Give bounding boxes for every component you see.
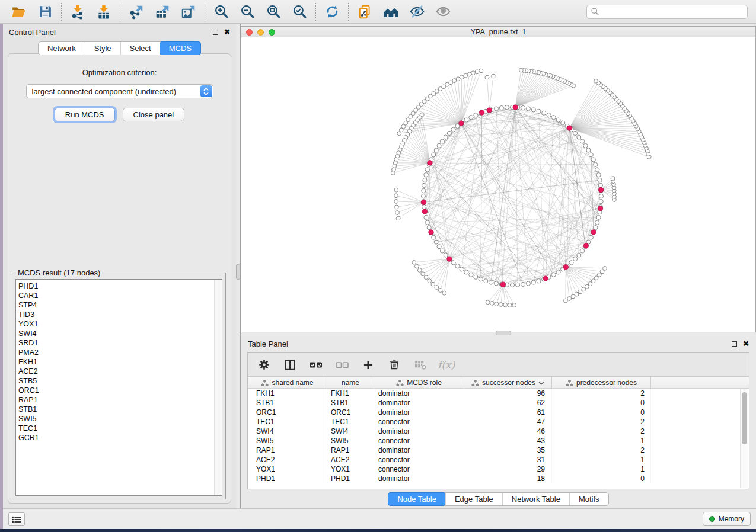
export-image-button[interactable] (178, 2, 199, 21)
network-leaf-node[interactable] (508, 303, 512, 307)
network-node[interactable] (599, 194, 603, 198)
network-leaf-node[interactable] (396, 216, 400, 220)
table-tab-node-table[interactable]: Node Table (388, 492, 446, 506)
table-row[interactable]: FKH1FKH1dominator962 (248, 389, 749, 398)
network-leaf-node[interactable] (456, 77, 460, 81)
network-node[interactable] (424, 215, 428, 219)
network-node[interactable] (521, 106, 525, 110)
network-node[interactable] (537, 109, 541, 113)
mcds-result-item[interactable]: PMA2 (18, 348, 222, 357)
network-node[interactable] (551, 116, 556, 120)
network-selected-hub-node[interactable] (591, 230, 596, 235)
network-leaf-node[interactable] (412, 260, 416, 264)
folder-open-button[interactable] (8, 2, 30, 21)
close-panel-icon[interactable]: ✖ (224, 28, 230, 36)
network-node[interactable] (598, 183, 602, 187)
network-selected-hub-node[interactable] (513, 105, 518, 110)
network-leaf-node[interactable] (519, 68, 524, 72)
network-node[interactable] (577, 135, 581, 139)
network-leaf-node[interactable] (611, 177, 615, 181)
network-leaf-node[interactable] (603, 267, 607, 271)
network-leaf-node[interactable] (567, 297, 572, 301)
network-node[interactable] (599, 200, 603, 204)
network-node[interactable] (444, 253, 448, 257)
mcds-result-item[interactable]: YOX1 (18, 319, 222, 329)
tab-select[interactable]: Select (120, 42, 160, 55)
network-leaf-node[interactable] (585, 284, 589, 289)
mcds-result-item[interactable]: GCR1 (18, 433, 222, 443)
zoom-selected-button[interactable] (289, 2, 310, 21)
table-scrollbar-thumb[interactable] (742, 392, 747, 444)
network-selected-hub-node[interactable] (447, 257, 452, 261)
network-node[interactable] (595, 220, 599, 225)
network-leaf-node[interactable] (424, 275, 428, 280)
mcds-result-item[interactable]: CAR1 (18, 291, 222, 300)
network-node[interactable] (586, 148, 591, 152)
mcds-result-item[interactable]: PHD1 (18, 281, 222, 291)
network-selected-hub-node[interactable] (459, 121, 464, 126)
network-leaf-node[interactable] (391, 171, 395, 175)
network-node[interactable] (437, 245, 441, 249)
network-leaf-node[interactable] (421, 272, 425, 276)
column-header-MCDS-role[interactable]: MCDS role (374, 377, 464, 389)
refresh-button[interactable] (321, 2, 343, 21)
network-node[interactable] (432, 235, 436, 239)
network-node[interactable] (516, 283, 520, 287)
network-leaf-node[interactable] (485, 75, 489, 79)
network-node[interactable] (510, 283, 514, 287)
network-selected-hub-node[interactable] (500, 282, 505, 287)
mcds-result-item[interactable]: RAP1 (18, 395, 222, 405)
network-node[interactable] (437, 143, 441, 148)
network-leaf-node[interactable] (490, 301, 495, 305)
mcds-result-item[interactable]: SWI5 (18, 414, 222, 424)
network-leaf-node[interactable] (578, 290, 582, 294)
network-node[interactable] (505, 105, 509, 110)
table-row[interactable]: TEC1TEC1connector472 (248, 417, 749, 427)
network-leaf-node[interactable] (499, 303, 503, 307)
network-node[interactable] (556, 118, 560, 122)
zoom-fit-button[interactable] (263, 2, 284, 21)
network-node[interactable] (440, 139, 444, 143)
mcds-result-item[interactable]: STB1 (18, 405, 222, 414)
network-node[interactable] (474, 113, 478, 117)
network-leaf-node[interactable] (397, 132, 401, 136)
network-node[interactable] (580, 139, 585, 143)
network-leaf-node[interactable] (435, 286, 439, 290)
first-neighbors-button[interactable] (380, 2, 401, 21)
zoom-in-button[interactable] (210, 2, 232, 21)
network-node[interactable] (537, 279, 541, 283)
column-header-name[interactable]: name (327, 377, 374, 389)
table-row[interactable]: SWI4SWI4dominator462 (248, 427, 749, 436)
network-leaf-node[interactable] (594, 79, 598, 83)
network-leaf-node[interactable] (588, 282, 592, 286)
tab-network[interactable]: Network (39, 42, 85, 55)
network-selected-hub-node[interactable] (428, 161, 432, 165)
network-node[interactable] (569, 261, 573, 265)
network-leaf-node[interactable] (394, 188, 398, 192)
network-leaf-node[interactable] (503, 303, 508, 307)
network-node[interactable] (561, 121, 565, 125)
network-node[interactable] (432, 153, 436, 157)
network-node[interactable] (422, 183, 426, 187)
network-node[interactable] (444, 135, 448, 139)
table-tab-network-table[interactable]: Network Table (502, 493, 569, 505)
mcds-result-item[interactable]: STP4 (18, 300, 222, 310)
network-node[interactable] (531, 280, 535, 284)
network-leaf-node[interactable] (395, 211, 400, 215)
zoom-out-button[interactable] (237, 2, 258, 21)
network-node[interactable] (434, 148, 438, 152)
minimize-window-button[interactable] (257, 29, 264, 36)
network-leaf-node[interactable] (471, 71, 476, 75)
table-row[interactable]: ORC1ORC1dominator610 (248, 408, 749, 417)
network-node[interactable] (595, 168, 599, 172)
network-node[interactable] (455, 264, 460, 268)
network-leaf-node[interactable] (428, 279, 432, 283)
table-row[interactable]: RAP1RAP1dominator352 (248, 446, 749, 455)
network-leaf-node[interactable] (394, 200, 398, 204)
network-node[interactable] (425, 220, 429, 225)
network-node[interactable] (573, 131, 578, 135)
export-table-button[interactable] (152, 2, 173, 21)
table-tab-motifs[interactable]: Motifs (569, 493, 608, 505)
deselect-all-button[interactable] (333, 356, 351, 374)
network-leaf-node[interactable] (415, 264, 419, 268)
